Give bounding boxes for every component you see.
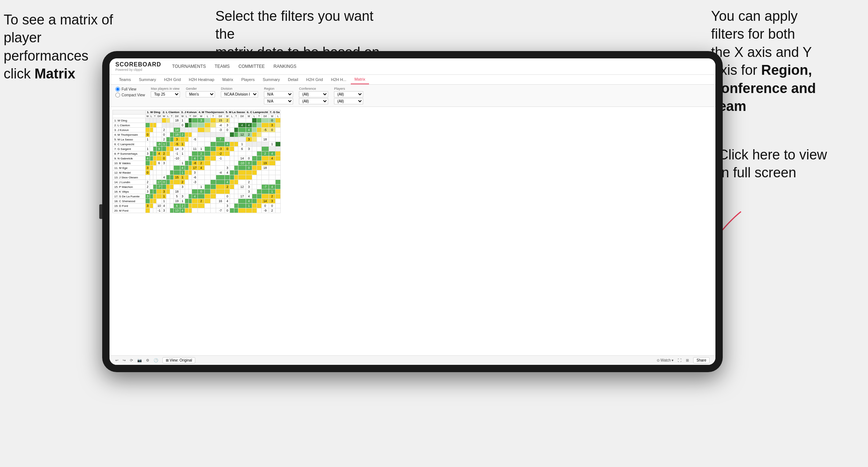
- matrix-cell: 18: [173, 132, 180, 137]
- toolbar-clock[interactable]: 🕐: [154, 358, 158, 362]
- subnav-detail[interactable]: Detail: [284, 75, 302, 84]
- nav-rankings[interactable]: RANKINGS: [273, 63, 296, 70]
- matrix-cell: [275, 128, 280, 132]
- matrix-cell: 4: [225, 199, 230, 204]
- matrix-cell: [185, 147, 188, 151]
- view-full-radio[interactable]: [115, 87, 120, 92]
- toolbar-camera[interactable]: 📷: [137, 358, 142, 362]
- subnav-h2h-grid2[interactable]: H2H Grid: [303, 75, 327, 84]
- col-header-2: 2. L Clanton: [162, 110, 180, 115]
- region-select-1[interactable]: N/A: [264, 91, 293, 97]
- matrix-content[interactable]: 1. W Ding 2. L Clanton 3. J Koivun 4. M …: [110, 107, 715, 355]
- nav-committee[interactable]: COMMITTEE: [238, 63, 265, 70]
- matrix-cell: [210, 156, 216, 161]
- matrix-cell: [170, 161, 173, 166]
- matrix-cell: 3: [146, 151, 150, 156]
- matrix-cell: 19: [261, 161, 269, 166]
- logo-area: SCOREBOARD Powered by clippd: [115, 61, 161, 72]
- nav-teams[interactable]: TEAMS: [215, 63, 230, 70]
- players-select-2[interactable]: (All): [334, 98, 363, 104]
- matrix-cell: 14: [173, 147, 180, 151]
- subnav-teams[interactable]: Teams: [115, 75, 134, 84]
- conference-select-2[interactable]: (All): [299, 98, 328, 104]
- matrix-cell: [162, 166, 166, 170]
- matrix-cell: 2: [197, 151, 204, 156]
- matrix-cell: [205, 118, 210, 123]
- matrix-cell: [225, 151, 230, 156]
- table-row: 19. D Ford3104623100: [113, 204, 281, 208]
- matrix-cell: [192, 142, 197, 147]
- matrix-cell: [157, 166, 162, 170]
- region-select-2[interactable]: N/A: [264, 98, 293, 104]
- tablet-frame: SCOREBOARD Powered by clippd TOURNAMENTS…: [102, 51, 723, 372]
- matrix-cell: [192, 208, 197, 213]
- matrix-cell: [275, 180, 280, 185]
- matrix-cell: 0: [146, 170, 150, 175]
- subnav-h2hh[interactable]: H2H H...: [327, 75, 350, 84]
- subnav-h2h-heatmap[interactable]: H2H Heatmap: [185, 75, 218, 84]
- nav-tournaments[interactable]: TOURNAMENTS: [172, 63, 206, 70]
- matrix-cell: [150, 123, 153, 128]
- subnav-summary[interactable]: Summary: [135, 75, 160, 84]
- view-original-button[interactable]: ⊞ View: Original: [162, 357, 195, 363]
- matrix-cell: -3: [216, 147, 225, 151]
- conference-select-1[interactable]: (All): [299, 91, 328, 97]
- matrix-cell: [166, 142, 170, 147]
- row-label: 8. P Summerhays: [113, 151, 146, 156]
- row-label: 16. K Vilips: [113, 189, 146, 194]
- matrix-cell: [238, 151, 246, 156]
- matrix-cell: [166, 156, 170, 161]
- matrix-cell: [257, 199, 261, 204]
- matrix-cell: [257, 132, 261, 137]
- view-full[interactable]: Full View: [115, 87, 145, 92]
- matrix-cell: [205, 189, 210, 194]
- toolbar-watch[interactable]: ⊙ Watch ▾: [657, 358, 674, 362]
- matrix-cell: [257, 185, 261, 189]
- matrix-cell: 7: [216, 137, 225, 142]
- subnav-players[interactable]: Players: [238, 75, 258, 84]
- toolbar-refresh[interactable]: ⟳: [130, 358, 133, 362]
- division-select[interactable]: NCAA Division I: [221, 91, 258, 97]
- matrix-cell: 2: [225, 118, 230, 123]
- matrix-cell: [234, 142, 238, 147]
- subnav-matrix-active[interactable]: Matrix: [351, 75, 369, 84]
- share-button[interactable]: Share: [693, 357, 710, 363]
- sub-t2: T: [170, 115, 173, 118]
- table-row: 2. L Clanton0-43443: [113, 123, 281, 128]
- app-logo: SCOREBOARD: [115, 61, 161, 68]
- toolbar-grid[interactable]: ⊞: [686, 358, 689, 362]
- matrix-cell: [269, 161, 276, 166]
- toolbar-undo[interactable]: ↩: [115, 358, 118, 362]
- gender-select[interactable]: Men's: [186, 91, 215, 97]
- matrix-cell: 2: [162, 128, 166, 132]
- matrix-cell: [216, 132, 225, 137]
- matrix-cell: [210, 118, 216, 123]
- matrix-cell: 17: [157, 180, 162, 185]
- row-label: 14. J Lundin: [113, 180, 146, 185]
- matrix-cell: [153, 151, 156, 156]
- subnav-summary2[interactable]: Summary: [259, 75, 284, 84]
- row-label: 6. C Lamprecht: [113, 142, 146, 147]
- subnav-h2h-grid[interactable]: H2H Grid: [160, 75, 184, 84]
- matrix-cell: 0: [197, 189, 204, 194]
- view-compact-radio[interactable]: [115, 93, 120, 97]
- matrix-cell: [146, 142, 150, 147]
- toolbar-redo[interactable]: ↪: [123, 358, 126, 362]
- matrix-cell: -4: [216, 170, 225, 175]
- matrix-cell: [170, 151, 173, 156]
- subnav-matrix-players[interactable]: Matrix: [219, 75, 237, 84]
- matrix-cell: [150, 132, 153, 137]
- matrix-cell: 6: [157, 161, 162, 166]
- max-players-select[interactable]: Top 25: [151, 91, 180, 97]
- matrix-cell: [275, 156, 280, 161]
- matrix-cell: 1: [180, 161, 185, 166]
- toolbar-settings[interactable]: ⚙: [146, 358, 149, 362]
- matrix-cell: 18: [261, 166, 269, 170]
- matrix-cell: 4: [225, 142, 230, 147]
- view-compact[interactable]: Compact View: [115, 93, 145, 97]
- matrix-cell: 1: [180, 175, 185, 180]
- matrix-cell: [197, 137, 204, 142]
- players-select-1[interactable]: (All): [334, 91, 363, 97]
- toolbar-expand[interactable]: ⛶: [678, 358, 681, 362]
- row-label: 9. N Gabrelcik: [113, 156, 146, 161]
